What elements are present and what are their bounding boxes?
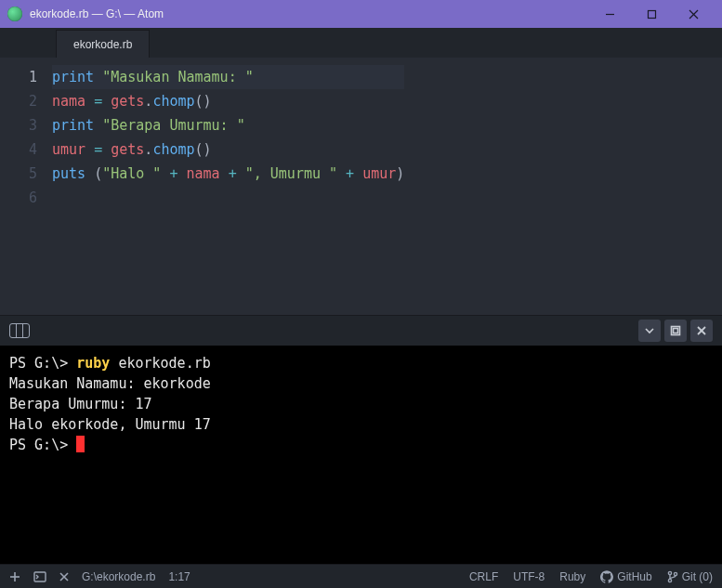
atom-app-icon <box>7 7 22 21</box>
status-git-label: Git (0) <box>682 570 713 583</box>
tab-bar: ekorkode.rb <box>0 28 722 58</box>
window-titlebar: ekorkode.rb — G:\ — Atom <box>0 0 722 28</box>
close-panel-icon[interactable] <box>690 320 713 342</box>
svg-rect-1 <box>649 10 656 18</box>
status-lineending[interactable]: CRLF <box>469 570 498 583</box>
code-area[interactable]: print "Masukan Namamu: "nama = gets.chom… <box>46 58 404 315</box>
line-number: 1 <box>0 65 37 89</box>
line-number: 4 <box>0 137 37 162</box>
line-number: 6 <box>0 186 37 210</box>
status-encoding[interactable]: UTF-8 <box>513 570 545 583</box>
terminal-toggle-button[interactable] <box>33 571 46 582</box>
svg-point-13 <box>668 571 671 574</box>
svg-point-15 <box>674 572 676 575</box>
github-icon <box>600 570 613 583</box>
maximize-button[interactable] <box>631 0 673 28</box>
maximize-panel-icon[interactable] <box>664 320 687 342</box>
code-line[interactable]: umur = gets.chomp() <box>52 137 404 162</box>
code-line[interactable]: puts ("Halo " + nama + ", Umurmu " + umu… <box>52 162 404 186</box>
chevron-down-icon[interactable] <box>638 320 661 342</box>
code-line[interactable] <box>52 186 404 210</box>
status-github[interactable]: GitHub <box>600 570 651 583</box>
git-branch-icon <box>667 570 678 583</box>
line-gutter: 123456 <box>0 58 46 315</box>
terminal-line: Masukan Namamu: ekorkode <box>9 373 713 394</box>
status-filepath[interactable]: G:\ekorkode.rb <box>82 570 155 583</box>
terminal-header <box>0 316 722 346</box>
status-bar: G:\ekorkode.rb 1:17 CRLF UTF-8 Ruby GitH… <box>0 564 722 588</box>
status-github-label: GitHub <box>617 570 651 583</box>
svg-point-14 <box>668 579 671 581</box>
terminal-line: PS G:\> <box>9 435 713 455</box>
status-language[interactable]: Ruby <box>559 570 585 583</box>
terminal-cursor <box>76 436 85 452</box>
window-title: ekorkode.rb — G:\ — Atom <box>30 7 589 20</box>
line-number: 3 <box>0 113 37 137</box>
new-file-button[interactable] <box>9 571 20 582</box>
terminal-panel: PS G:\> ruby ekorkode.rbMasukan Namamu: … <box>0 315 722 564</box>
minimize-button[interactable] <box>589 0 631 28</box>
line-number: 2 <box>0 89 37 113</box>
terminal-body[interactable]: PS G:\> ruby ekorkode.rbMasukan Namamu: … <box>0 346 722 564</box>
svg-rect-5 <box>674 329 678 333</box>
close-panel-button[interactable] <box>59 572 69 581</box>
layout-icon[interactable] <box>9 323 30 338</box>
terminal-line: Halo ekorkode, Umurmu 17 <box>9 414 713 435</box>
line-number: 5 <box>0 162 37 186</box>
terminal-line: PS G:\> ruby ekorkode.rb <box>9 353 713 373</box>
code-editor[interactable]: 123456 print "Masukan Namamu: "nama = ge… <box>0 58 722 315</box>
status-git[interactable]: Git (0) <box>667 570 713 583</box>
svg-rect-10 <box>34 572 46 581</box>
code-line[interactable]: nama = gets.chomp() <box>52 89 404 113</box>
code-line[interactable]: print "Masukan Namamu: " <box>52 65 404 89</box>
tab-label: ekorkode.rb <box>73 38 132 51</box>
code-line[interactable]: print "Berapa Umurmu: " <box>52 113 404 137</box>
close-button[interactable] <box>673 0 715 28</box>
tab-ekorkode[interactable]: ekorkode.rb <box>56 30 150 58</box>
status-cursor-pos[interactable]: 1:17 <box>168 570 190 583</box>
terminal-line: Berapa Umurmu: 17 <box>9 394 713 414</box>
